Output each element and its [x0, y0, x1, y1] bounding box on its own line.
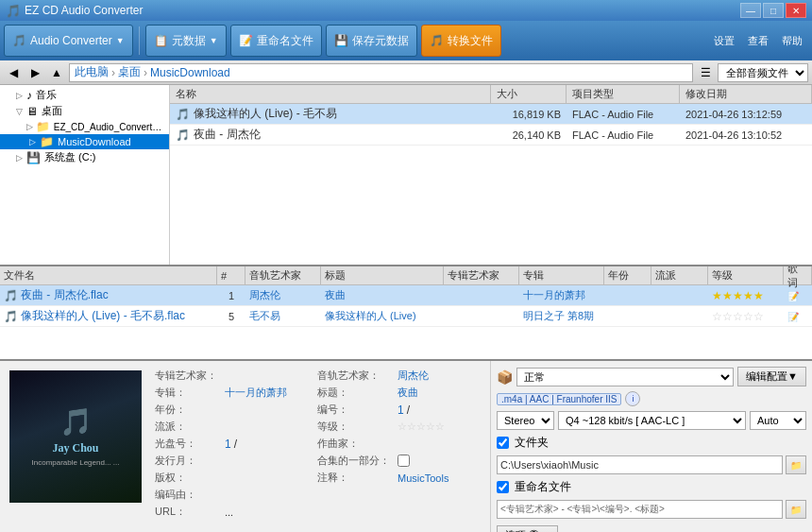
format-badge: .m4a | AAC | Fraunhofer IIS — [497, 393, 621, 405]
col-header-date[interactable]: 修改日期 — [680, 85, 812, 103]
file-cell-name: 🎵 夜曲 - 周杰伦 — [170, 125, 491, 145]
track-cell-genre — [651, 294, 708, 298]
album-label: 专辑： — [155, 386, 221, 400]
nav-up-btn[interactable]: ▲ — [47, 63, 66, 82]
file-row[interactable]: 🎵 像我这样的人 (Live) - 毛不易 16,819 KB FLAC - A… — [170, 104, 812, 125]
track-cell-title: 夜曲 — [321, 286, 444, 304]
track-col-rating[interactable]: 等级 — [708, 266, 784, 284]
auto-select[interactable]: Auto — [750, 411, 806, 430]
track-cell-album: 明日之子 第8期 — [519, 307, 604, 325]
rename-pattern-input[interactable] — [497, 500, 783, 519]
quality-select[interactable]: Q4 ~128 kbit/s [ AAC-LC ] — [558, 411, 746, 430]
track-col-album-artist[interactable]: 专辑艺术家 — [444, 266, 519, 284]
track-cell-year — [604, 315, 651, 318]
track-col-album[interactable]: 专辑 — [519, 266, 604, 284]
file-cell-type: FLAC - Audio File — [567, 107, 680, 122]
file-icon: 🎵 — [176, 108, 190, 121]
part-of-checkbox[interactable] — [398, 455, 410, 467]
rename-pattern-row: 📁 — [497, 500, 806, 519]
folder-path-input[interactable] — [497, 455, 783, 474]
rating-value: ☆☆☆☆☆ — [398, 420, 486, 434]
close-button[interactable]: ✕ — [786, 3, 806, 18]
album-art: 🎵 Jay Chou Incomparable Legend... ... — [9, 370, 142, 503]
track-cell-lyrics: 📝 — [784, 309, 812, 324]
file-list-header: 名称 大小 项目类型 修改日期 — [170, 85, 812, 104]
help-btn[interactable]: 帮助 — [776, 32, 808, 50]
separator-1 — [139, 26, 140, 55]
file-cell-type: FLAC - Audio File — [567, 128, 680, 143]
col-header-type[interactable]: 项目类型 — [567, 85, 680, 103]
format-info-icon[interactable]: i — [625, 391, 640, 406]
metadata-btn[interactable]: 📋 元数据 ▼ — [145, 25, 227, 57]
folder-checkbox[interactable] — [497, 437, 509, 449]
track-col-title[interactable]: 标题 — [321, 266, 444, 284]
note-label: 注释： — [317, 471, 394, 485]
track-cell-album-artist — [444, 315, 519, 318]
file-filter-dropdown[interactable]: 全部音频文件 — [718, 63, 808, 82]
track-col-year[interactable]: 年份 — [604, 266, 651, 284]
track-icon: 🎵 — [4, 289, 18, 302]
num-value-row: 1 / — [398, 403, 486, 417]
rating-label: 等级： — [317, 420, 394, 434]
rename-btn[interactable]: 📝 重命名文件 — [230, 25, 322, 57]
track-cell-genre — [651, 315, 708, 318]
file-cell-date: 2021-04-26 13:10:52 — [680, 128, 812, 143]
track-col-lyrics[interactable]: 歌词 — [784, 266, 812, 284]
file-row[interactable]: 🎵 夜曲 - 周杰伦 26,140 KB FLAC - Audio File 2… — [170, 125, 812, 146]
output-status-icon: 📦 — [497, 369, 513, 385]
tree-item-cdrive[interactable]: ▷ 💾 系统盘 (C:) — [0, 149, 169, 165]
breadcrumb-desktop[interactable]: 桌面 — [118, 64, 141, 80]
metadata-area: 🎵 Jay Chou Incomparable Legend... ... 专辑… — [0, 361, 491, 532]
track-area: 文件名 # 音轨艺术家 标题 专辑艺术家 专辑 年份 流派 等级 歌词 🎵 夜曲… — [0, 266, 812, 361]
stereo-select[interactable]: Stereo — [497, 411, 554, 430]
release-value — [225, 454, 313, 468]
col-header-name[interactable]: 名称 — [170, 85, 491, 103]
view-toggle-btn[interactable]: ☰ — [696, 63, 715, 82]
convert-btn[interactable]: 🎵 转换文件 — [421, 25, 501, 57]
track-cell-album-artist — [444, 294, 519, 298]
output-status-select[interactable]: 正常 — [516, 368, 734, 386]
audio-converter-btn[interactable]: 🎵 Audio Converter ▼ — [4, 25, 133, 57]
track-artist-value: 周杰伦 — [398, 369, 486, 383]
folder-path-row: 📁 — [497, 455, 806, 474]
minimize-button[interactable]: — — [740, 3, 761, 18]
num-label: 编号： — [317, 403, 394, 417]
breadcrumb-folder[interactable]: MusicDownload — [150, 66, 230, 79]
disc-value-row: 1 / — [225, 437, 313, 451]
encode-value — [225, 488, 313, 502]
config-btn[interactable]: 编辑配置▼ — [737, 367, 806, 386]
tree-item-music[interactable]: ▷ ♪ 音乐 — [0, 87, 169, 103]
col-header-size[interactable]: 大小 — [491, 85, 567, 103]
tree-item-desktop[interactable]: ▽ 🖥 桌面 — [0, 103, 169, 119]
rename-checkbox[interactable] — [497, 481, 509, 493]
nav-forward-btn[interactable]: ▶ — [25, 63, 44, 82]
file-cell-size: 16,819 KB — [491, 107, 567, 122]
query-btn[interactable]: 查看 — [742, 32, 774, 50]
tree-item-ezcd[interactable]: ▷ 📁 EZ_CD_Audio_Converter_v9.3.1.1_x64_i — [0, 119, 169, 134]
save-btn[interactable]: 💾 保存元数据 — [326, 25, 417, 57]
track-cell-rating: ☆☆☆☆☆ — [708, 308, 784, 325]
tree-item-musicdownload[interactable]: ▷ 📁 MusicDownload — [0, 134, 169, 149]
path-display[interactable]: 此电脑 › 桌面 › MusicDownload — [69, 63, 693, 82]
track-row[interactable]: 🎵 像我这样的人 (Live) - 毛不易.flac 5 毛不易 像我这样的人 … — [0, 306, 812, 327]
maximize-button[interactable]: □ — [763, 3, 784, 18]
nav-back-btn[interactable]: ◀ — [4, 63, 23, 82]
audio-icon: 🎵 — [12, 34, 26, 47]
track-header: 文件名 # 音轨艺术家 标题 专辑艺术家 专辑 年份 流派 等级 歌词 — [0, 266, 812, 285]
track-col-filename[interactable]: 文件名 — [0, 266, 217, 284]
rename-icon: 📝 — [239, 34, 253, 47]
track-row[interactable]: 🎵 夜曲 - 周杰伦.flac 1 周杰伦 夜曲 十一月的萧邦 ★★★★★ 📝 — [0, 285, 812, 306]
output-status-row: 📦 正常 编辑配置▼ — [497, 367, 806, 386]
track-col-genre[interactable]: 流派 — [651, 266, 708, 284]
options-btn[interactable]: 选项 ②▼ — [497, 525, 558, 532]
copyright-label: 版权： — [155, 471, 221, 485]
track-rows: 🎵 夜曲 - 周杰伦.flac 1 周杰伦 夜曲 十一月的萧邦 ★★★★★ 📝 … — [0, 285, 812, 327]
file-rows: 🎵 像我这样的人 (Live) - 毛不易 16,819 KB FLAC - A… — [170, 104, 812, 146]
breadcrumb-pc[interactable]: 此电脑 — [75, 64, 109, 80]
path-bar: ◀ ▶ ▲ 此电脑 › 桌面 › MusicDownload ☰ 全部音频文件 — [0, 60, 812, 85]
settings-btn[interactable]: 设置 — [708, 32, 740, 50]
track-col-artist[interactable]: 音轨艺术家 — [245, 266, 321, 284]
rename-browse-btn[interactable]: 📁 — [786, 500, 806, 519]
track-col-num[interactable]: # — [217, 266, 245, 284]
folder-browse-btn[interactable]: 📁 — [786, 455, 806, 474]
